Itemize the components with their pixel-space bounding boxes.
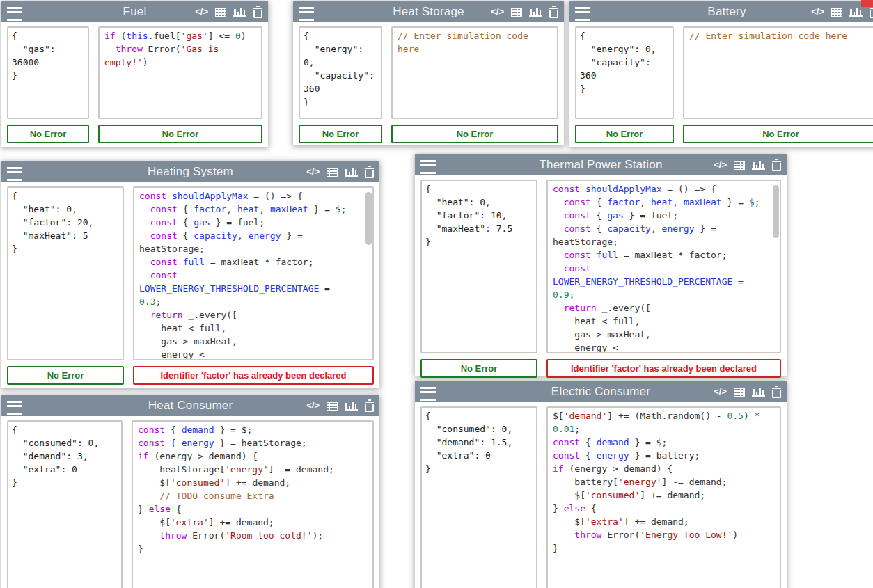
menu-icon[interactable]	[575, 7, 590, 21]
code-status-badge: Identifier 'factor' has already been dec…	[133, 366, 374, 385]
menu-icon-glyph	[420, 387, 436, 401]
code-scrollbar-thumb[interactable]	[365, 192, 372, 245]
table-icon[interactable]	[831, 8, 842, 17]
code-lines: // Enter simulation code here	[689, 29, 872, 42]
code-icon[interactable]: </>	[195, 6, 208, 17]
code-scrollbar-thumb[interactable]	[773, 185, 779, 238]
panel-body: { "consumed": 0, "demand": 3, "extra": 0…	[1, 416, 379, 588]
table-icon[interactable]	[734, 161, 745, 170]
menu-icon[interactable]	[420, 387, 436, 401]
bar-chart-icon[interactable]	[529, 7, 542, 17]
code-icon[interactable]: </>	[491, 6, 504, 17]
error-row: No Error Identifier 'factor' has already…	[1, 365, 379, 385]
state-editor[interactable]: { "energy": 0, "capacity": 360 }	[575, 26, 674, 119]
panel-body: { "consumed": 0, "demand": 1.5, "extra":…	[415, 402, 787, 588]
panel-titlebar[interactable]: Thermal Power Station </>	[415, 154, 787, 175]
bar-chart-icon[interactable]	[849, 7, 863, 17]
code-status-badge: Identifier 'factor' has already been dec…	[546, 359, 781, 378]
menu-icon-glyph	[420, 160, 436, 174]
state-editor[interactable]: { "consumed": 0, "demand": 3, "extra": 0…	[7, 420, 123, 588]
code-status-badge: No Error	[391, 125, 558, 143]
code-icon[interactable]: </>	[811, 6, 824, 17]
menu-icon[interactable]	[299, 7, 314, 21]
panel-toolbar: </>	[306, 161, 374, 182]
trash-icon[interactable]	[772, 159, 781, 171]
table-icon[interactable]	[327, 168, 338, 177]
table-icon[interactable]	[734, 388, 745, 397]
code-icon[interactable]: </>	[306, 166, 320, 177]
panel-body: { "energy": 0, "capacity": 360 } // Ente…	[293, 22, 564, 123]
panel-titlebar[interactable]: Battery </>	[569, 1, 873, 22]
trash-icon[interactable]	[772, 386, 781, 398]
state-status-badge: No Error	[420, 359, 537, 378]
panel-toolbar: </>	[714, 154, 781, 175]
bar-chart-icon[interactable]	[345, 401, 358, 411]
panel-thermal-power-station: Thermal Power Station </> { "heat": 0, "…	[415, 154, 787, 376]
state-status-badge: No Error	[299, 125, 382, 143]
panel-toolbar: </>	[491, 1, 558, 22]
panel-heat-storage: Heat Storage </> { "energy": 0, "capacit…	[293, 1, 564, 145]
code-editor[interactable]: // Enter simulation code here	[683, 26, 873, 119]
code-editor[interactable]: const shouldApplyMax = () => { const { f…	[546, 180, 781, 353]
panel-titlebar[interactable]: Electric Consumer </>	[415, 381, 787, 402]
state-editor[interactable]: { "heat": 0, "factor": 20, "maxHeat": 5 …	[7, 186, 124, 360]
panel-toolbar: </>	[714, 381, 781, 402]
code-icon[interactable]: </>	[714, 386, 727, 397]
panel-titlebar[interactable]: Heating System </>	[1, 161, 379, 182]
state-editor[interactable]: { "gas": 36000 }	[7, 26, 89, 119]
code-editor[interactable]: // Enter simulation codehere	[391, 26, 558, 119]
table-icon[interactable]	[327, 402, 338, 411]
panel-titlebar[interactable]: Heat Storage </>	[293, 1, 564, 22]
menu-icon-glyph	[575, 7, 590, 21]
state-editor[interactable]: { "energy": 0, "capacity": 360 }	[299, 26, 382, 119]
panel-titlebar[interactable]: Fuel </>	[1, 1, 268, 22]
menu-icon-glyph	[299, 7, 314, 21]
code-editor[interactable]: const { demand } = $;const { energy } = …	[132, 420, 374, 588]
table-icon[interactable]	[511, 8, 522, 17]
trash-icon[interactable]	[870, 6, 873, 18]
state-status-badge: No Error	[7, 366, 124, 385]
code-lines: const shouldApplyMax = () => { const { f…	[139, 189, 368, 360]
panel-heat-consumer: Heat Consumer </> { "consumed": 0, "dema…	[1, 395, 379, 588]
trash-icon[interactable]	[365, 399, 374, 412]
code-lines: const shouldApplyMax = () => { const { f…	[553, 182, 775, 353]
trash-icon[interactable]	[549, 6, 558, 18]
menu-icon-glyph	[7, 167, 22, 181]
panel-battery: Battery </> { "energy": 0, "capacity": 3…	[569, 1, 873, 147]
state-status-badge: No Error	[575, 125, 674, 143]
error-row: No Error Identifier 'factor' has already…	[415, 358, 787, 378]
code-icon[interactable]: </>	[306, 400, 320, 411]
bar-chart-icon[interactable]	[345, 167, 358, 177]
code-editor[interactable]: $['demand'] += (Math.random() - 0.5) *0.…	[546, 406, 781, 588]
menu-icon-glyph	[7, 7, 22, 21]
state-editor[interactable]: { "heat": 0, "factor": 10, "maxHeat": 7.…	[420, 180, 537, 353]
panel-titlebar[interactable]: Heat Consumer </>	[1, 395, 379, 416]
state-editor[interactable]: { "consumed": 0, "demand": 1.5, "extra":…	[420, 406, 537, 588]
menu-icon[interactable]	[7, 167, 22, 181]
code-lines: // Enter simulation codehere	[398, 29, 552, 56]
trash-icon[interactable]	[365, 166, 374, 178]
bar-chart-icon[interactable]	[752, 160, 765, 170]
panel-body: { "gas": 36000 } if (this.fuel['gas'] <=…	[1, 22, 268, 123]
panel-body: { "heat": 0, "factor": 20, "maxHeat": 5 …	[1, 182, 379, 365]
code-status-badge: No Error	[683, 125, 873, 143]
code-lines: const { demand } = $;const { energy } = …	[138, 423, 368, 555]
error-row: No Error No Error	[569, 123, 873, 143]
code-editor[interactable]: if (this.fuel['gas'] <= 0) throw Error('…	[98, 26, 262, 119]
table-icon[interactable]	[215, 8, 226, 17]
panel-fuel: Fuel </> { "gas": 36000 } if (this.fuel[…	[1, 1, 268, 147]
code-editor[interactable]: const shouldApplyMax = () => { const { f…	[133, 186, 374, 360]
panel-heating-system: Heating System </> { "heat": 0, "factor"…	[1, 161, 379, 388]
panel-body: { "heat": 0, "factor": 10, "maxHeat": 7.…	[415, 175, 787, 358]
menu-icon[interactable]	[7, 401, 22, 415]
bar-chart-icon[interactable]	[233, 7, 246, 17]
menu-icon-glyph	[7, 401, 22, 415]
error-row: No Error No Error	[293, 123, 564, 143]
code-icon[interactable]: </>	[714, 159, 727, 170]
bar-chart-icon[interactable]	[752, 387, 765, 397]
menu-icon[interactable]	[7, 7, 22, 21]
trash-icon[interactable]	[253, 6, 262, 18]
panel-toolbar: </>	[306, 395, 374, 416]
panel-body: { "energy": 0, "capacity": 360 } // Ente…	[569, 22, 873, 123]
menu-icon[interactable]	[420, 160, 436, 174]
